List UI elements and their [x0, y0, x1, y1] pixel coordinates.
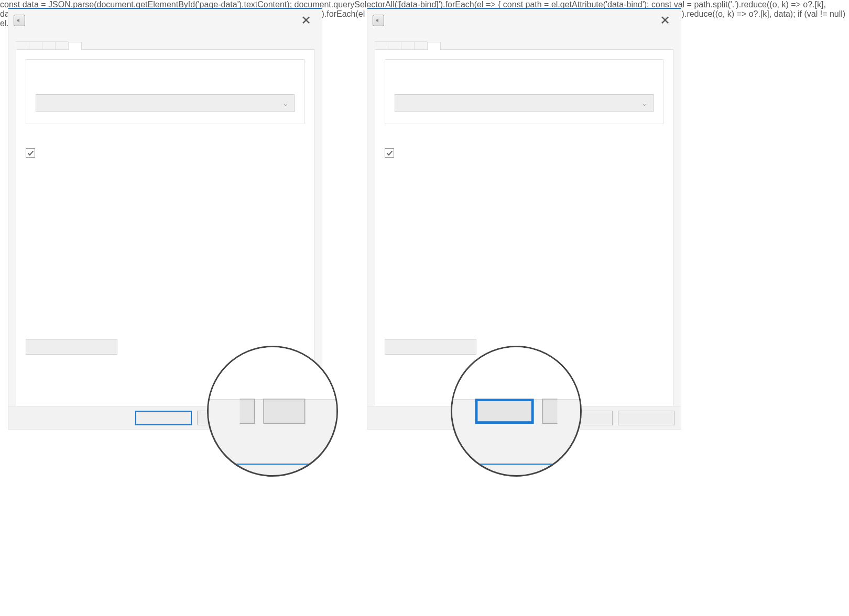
- spatial-format-group: ⌵: [385, 59, 663, 124]
- ok-button[interactable]: [135, 411, 192, 425]
- tab-strip: [8, 32, 322, 50]
- tab-enhancements[interactable]: [401, 41, 414, 50]
- ok-button-zoom[interactable]: [475, 399, 534, 424]
- chevron-down-icon: ⌵: [284, 100, 288, 107]
- spatial-format-combo[interactable]: ⌵: [36, 94, 295, 112]
- restore-defaults-button[interactable]: [385, 339, 476, 355]
- spatial-format-combo[interactable]: ⌵: [395, 94, 654, 112]
- spatial-format-group: ⌵: [26, 59, 304, 124]
- surround-checkbox-row[interactable]: [385, 148, 663, 158]
- checkbox-icon: [385, 148, 394, 158]
- tab-advanced[interactable]: [55, 41, 68, 50]
- close-icon[interactable]: ✕: [296, 13, 317, 28]
- apply-button[interactable]: [618, 411, 674, 425]
- speaker-icon: [373, 15, 384, 26]
- tab-levels[interactable]: [388, 41, 401, 50]
- tab-spatial-sound[interactable]: [68, 42, 82, 50]
- tab-general[interactable]: [16, 41, 29, 50]
- tab-advanced[interactable]: [414, 41, 427, 50]
- checkbox-icon: [26, 148, 35, 158]
- close-icon[interactable]: ✕: [655, 13, 676, 28]
- titlebar: ✕: [367, 9, 681, 32]
- surround-checkbox-row[interactable]: [26, 148, 304, 158]
- titlebar: ✕: [8, 9, 322, 32]
- restore-defaults-button[interactable]: [26, 339, 117, 355]
- partial-button: [240, 399, 255, 424]
- magnifier-apply: [207, 346, 338, 477]
- tab-spatial-sound[interactable]: [427, 42, 441, 50]
- magnifier-ok: [451, 346, 582, 477]
- tab-general[interactable]: [375, 41, 388, 50]
- tab-strip: [367, 32, 681, 50]
- speaker-icon: [14, 15, 25, 26]
- apply-button-zoom[interactable]: [263, 399, 305, 424]
- partial-button: [542, 399, 558, 424]
- chevron-down-icon: ⌵: [643, 100, 647, 107]
- tab-levels[interactable]: [29, 41, 42, 50]
- tab-enhancements[interactable]: [42, 41, 55, 50]
